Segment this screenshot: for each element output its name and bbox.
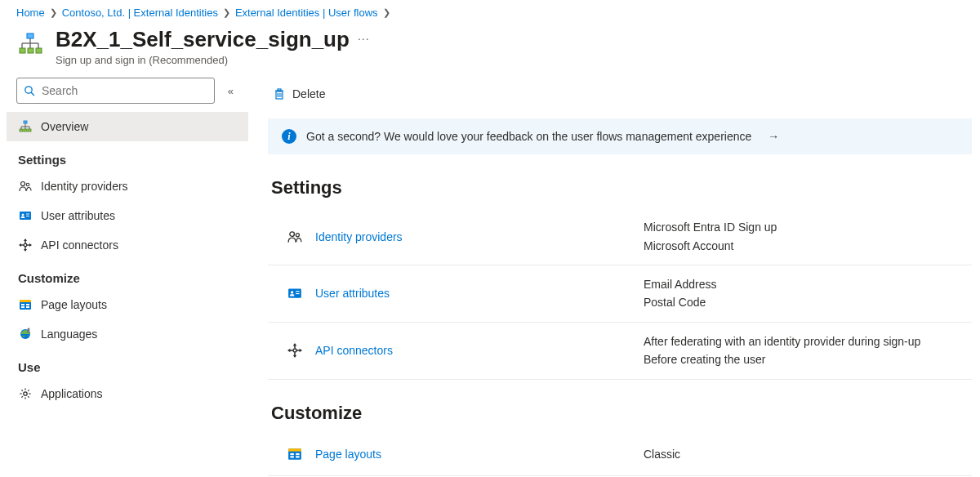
svg-point-21: [26, 183, 29, 186]
setting-value: Microsoft Entra ID Sign up Microsoft Acc…: [644, 218, 972, 255]
value-line: Before creating the user: [644, 350, 972, 368]
page-header: B2X_1_Self_service_sign_up ··· Sign up a…: [0, 24, 980, 78]
search-icon: [24, 85, 35, 96]
svg-marker-29: [24, 249, 27, 252]
svg-point-72: [293, 349, 296, 352]
delete-label: Delete: [292, 87, 325, 100]
sidebar-item-label: API connectors: [41, 238, 118, 252]
userflow-icon: [16, 30, 44, 58]
sidebar-item-label: Overview: [41, 120, 88, 133]
sidebar: « Overview Settings: [0, 78, 248, 475]
value-line: Classic: [644, 445, 972, 463]
setting-value: Email Address Postal Code: [644, 275, 972, 312]
chevron-right-icon: ❯: [223, 7, 230, 18]
svg-rect-75: [290, 453, 294, 455]
svg-rect-2: [28, 48, 33, 53]
toolbar: Delete: [268, 78, 972, 110]
svg-rect-11: [24, 121, 27, 123]
breadcrumb-home[interactable]: Home: [16, 7, 45, 19]
id-card-icon: [18, 209, 33, 222]
svg-rect-38: [26, 304, 29, 305]
svg-marker-65: [293, 343, 297, 345]
chevron-right-icon: ❯: [50, 7, 57, 18]
sidebar-item-label: Page layouts: [41, 298, 107, 311]
svg-rect-1: [20, 48, 25, 53]
svg-rect-13: [24, 129, 27, 132]
setting-value: After federating with an identity provid…: [644, 332, 972, 369]
svg-marker-27: [24, 238, 27, 241]
value-line: Postal Code: [644, 293, 972, 311]
id-card-icon: [286, 286, 304, 301]
svg-marker-31: [19, 243, 21, 247]
chevron-right-icon: ❯: [383, 7, 390, 18]
people-icon: [286, 230, 304, 244]
setting-row-user-attributes: User attributes Email Address Postal Cod…: [268, 265, 972, 323]
svg-point-20: [21, 182, 25, 186]
svg-rect-3: [36, 48, 42, 53]
svg-rect-76: [296, 453, 300, 455]
sidebar-item-label: Identity providers: [41, 180, 128, 193]
svg-rect-57: [278, 89, 281, 91]
sidebar-section-settings: Settings: [7, 141, 248, 172]
svg-rect-42: [28, 328, 29, 332]
page-layouts-link[interactable]: Page layouts: [315, 448, 381, 461]
svg-point-58: [290, 231, 295, 236]
sidebar-item-user-attributes[interactable]: User attributes: [7, 201, 248, 230]
svg-line-48: [21, 390, 22, 391]
sidebar-item-identity-providers[interactable]: Identity providers: [7, 172, 248, 201]
svg-rect-0: [27, 33, 33, 38]
setting-row-identity-providers: Identity providers Microsoft Entra ID Si…: [268, 208, 972, 265]
sidebar-item-page-layouts[interactable]: Page layouts: [7, 290, 248, 319]
search-input[interactable]: [42, 84, 207, 97]
info-icon: i: [282, 129, 296, 144]
sidebar-item-label: Applications: [41, 387, 103, 400]
breadcrumb-tenant[interactable]: Contoso, Ltd. | External Identities: [62, 7, 218, 19]
overview-icon: [18, 120, 33, 133]
value-line: Microsoft Entra ID Sign up: [644, 218, 972, 236]
svg-marker-33: [29, 243, 32, 247]
setting-row-api-connectors: API connectors After federating with an …: [268, 323, 972, 380]
user-attributes-link[interactable]: User attributes: [315, 287, 390, 300]
breadcrumb-userflows[interactable]: External Identities | User flows: [235, 7, 378, 19]
feedback-banner[interactable]: i Got a second? We would love your feedb…: [268, 118, 972, 154]
page-subtitle: Sign up and sign in (Recommended): [56, 54, 370, 66]
sidebar-item-overview[interactable]: Overview: [7, 112, 248, 141]
sidebar-item-api-connectors[interactable]: API connectors: [7, 230, 248, 260]
svg-line-50: [21, 396, 22, 397]
sidebar-item-applications[interactable]: Applications: [7, 379, 248, 408]
value-line: Email Address: [644, 275, 972, 293]
svg-point-34: [24, 243, 27, 247]
svg-line-10: [31, 92, 34, 96]
svg-point-61: [291, 292, 293, 294]
sidebar-section-customize: Customize: [7, 260, 248, 290]
feedback-text: Got a second? We would love your feedbac…: [306, 130, 751, 143]
identity-providers-link[interactable]: Identity providers: [315, 230, 403, 243]
svg-rect-37: [21, 304, 24, 305]
collapse-sidebar-button[interactable]: «: [223, 82, 238, 100]
svg-rect-77: [290, 456, 294, 457]
arrow-right-icon[interactable]: →: [768, 130, 779, 143]
people-icon: [18, 180, 33, 193]
globe-icon: [18, 328, 33, 341]
search-input-wrapper[interactable]: [16, 78, 215, 104]
sidebar-item-label: Languages: [41, 328, 97, 341]
api-connectors-link[interactable]: API connectors: [315, 344, 393, 357]
svg-rect-74: [288, 448, 301, 451]
value-line: After federating with an identity provid…: [644, 332, 972, 350]
svg-marker-71: [300, 349, 302, 353]
api-connectors-icon: [18, 238, 33, 252]
svg-point-59: [296, 233, 299, 236]
svg-line-49: [28, 396, 29, 397]
layout-icon: [18, 298, 33, 311]
svg-rect-40: [26, 306, 29, 308]
svg-marker-69: [287, 349, 290, 353]
svg-rect-78: [296, 456, 300, 457]
trash-icon: [273, 87, 286, 100]
svg-line-51: [28, 390, 29, 391]
sidebar-item-languages[interactable]: Languages: [7, 319, 248, 349]
delete-button[interactable]: Delete: [268, 84, 330, 104]
api-connectors-icon: [286, 343, 304, 358]
svg-rect-14: [28, 129, 31, 132]
layout-icon: [286, 447, 304, 461]
more-actions-button[interactable]: ···: [358, 32, 370, 45]
